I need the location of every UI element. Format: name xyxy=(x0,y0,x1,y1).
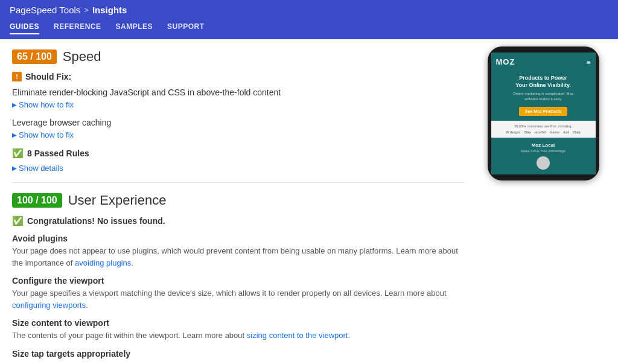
passed-rules-section: ✅ 8 Passed Rules ▶ Show details xyxy=(12,148,465,173)
moz-hero-sub: Online marketing is complicated. Mozsoft… xyxy=(496,91,591,101)
ux-item-size-title: Size content to viewport xyxy=(12,318,465,328)
congrats-text: Congratulations! No issues found. xyxy=(27,216,165,226)
speed-title: Speed xyxy=(63,49,101,65)
moz-local-section: Moz Local Make Local Your Advantage xyxy=(491,138,596,174)
moz-customer-logo-0: 99 designs xyxy=(506,130,520,134)
moz-hero-title: Products to PowerYour Online Visibility. xyxy=(496,75,591,89)
ux-item-tap-title: Size tap targets appropriately xyxy=(12,349,465,359)
arrow-icon-details: ▶ xyxy=(12,165,17,171)
sizing-content-link[interactable]: sizing content to the viewport xyxy=(247,331,348,340)
show-fix-text-1: Show how to fix xyxy=(19,130,74,139)
ux-items: Avoid plugins Your page does not appear … xyxy=(12,234,465,359)
moz-customer-logo-1: Otley xyxy=(524,130,531,134)
breadcrumb-root[interactable]: PageSpeed Tools xyxy=(10,5,80,15)
nav-tab-reference[interactable]: REFERENCE xyxy=(54,20,101,34)
moz-logos-row: 99 designs Otley razorfish Aurens Audi O… xyxy=(496,130,591,134)
moz-customer-logo-5: Obaly xyxy=(573,130,581,134)
show-fix-link-0[interactable]: ▶ Show how to fix xyxy=(12,100,74,109)
configuring-viewports-link[interactable]: configuring viewports xyxy=(12,301,86,310)
check-icon-ux: ✅ xyxy=(12,216,24,226)
ux-item-viewport-desc: Your page specifies a viewport matching … xyxy=(12,287,465,311)
breadcrumb-separator: > xyxy=(84,5,89,14)
moz-local-sub: Make Local Your Advantage xyxy=(496,149,591,153)
nav-tab-guides[interactable]: GUIDES xyxy=(10,20,39,34)
breadcrumb: PageSpeed Tools > Insights xyxy=(10,5,608,15)
moz-logo: MOZ xyxy=(496,57,515,66)
moz-customers-section: 35,000+ customers use Moz, including: 99… xyxy=(491,121,596,138)
moz-customers-text: 35,000+ customers use Moz, including: xyxy=(496,124,591,128)
moz-customer-logo-3: Aurens xyxy=(550,130,559,134)
ux-section: 100 / 100 User Experience ✅ Congratulati… xyxy=(12,193,465,359)
moz-header: MOZ ≡ xyxy=(491,53,596,70)
moz-customer-logo-4: Audi xyxy=(563,130,569,134)
section-divider xyxy=(12,182,465,183)
phone-screen: MOZ ≡ Products to PowerYour Online Visib… xyxy=(491,53,596,174)
show-fix-link-1[interactable]: ▶ Show how to fix xyxy=(12,130,74,139)
nav-tabs: GUIDES REFERENCE SAMPLES SUPPORT xyxy=(10,20,608,34)
speed-section: 65 / 100 Speed ! Should Fix: Eliminate r… xyxy=(12,49,465,173)
ux-item-plugins-title: Avoid plugins xyxy=(12,234,465,243)
ux-item-plugins-desc: Your page does not appear to use plugins… xyxy=(12,245,465,269)
show-details-text: Show details xyxy=(19,164,63,173)
phone-frame: MOZ ≡ Products to PowerYour Online Visib… xyxy=(488,46,599,180)
passed-count: 8 Passed Rules xyxy=(27,148,89,158)
main-layout: 65 / 100 Speed ! Should Fix: Eliminate r… xyxy=(0,39,618,364)
show-fix-text-0: Show how to fix xyxy=(19,100,74,109)
content-area: 65 / 100 Speed ! Should Fix: Eliminate r… xyxy=(0,39,477,364)
fix-item-caching: Leverage browser caching ▶ Show how to f… xyxy=(12,118,465,139)
moz-customer-logo-2: razorfish xyxy=(535,130,546,134)
header: PageSpeed Tools > Insights GUIDES REFERE… xyxy=(0,0,618,39)
phone-screen-inner: MOZ ≡ Products to PowerYour Online Visib… xyxy=(491,53,596,174)
congrats-label: ✅ Congratulations! No issues found. xyxy=(12,216,465,226)
nav-tab-support[interactable]: SUPPORT xyxy=(167,20,205,34)
ux-score-badge: 100 / 100 xyxy=(12,193,62,208)
arrow-icon-1: ▶ xyxy=(12,132,17,138)
ux-item-viewport-title: Configure the viewport xyxy=(12,276,465,286)
fix-item-render-blocking: Eliminate render-blocking JavaScript and… xyxy=(12,88,465,109)
fix-item-render-title: Eliminate render-blocking JavaScript and… xyxy=(12,88,465,97)
ux-item-size-content: Size content to viewport The contents of… xyxy=(12,318,465,342)
ux-item-plugins: Avoid plugins Your page does not appear … xyxy=(12,234,465,269)
ux-title: User Experience xyxy=(68,193,167,208)
warning-icon: ! xyxy=(12,72,22,81)
arrow-icon-0: ▶ xyxy=(12,101,17,108)
speed-score-header: 65 / 100 Speed xyxy=(12,49,465,65)
should-fix-label: ! Should Fix: xyxy=(12,72,465,81)
ux-item-tap-targets: Size tap targets appropriately xyxy=(12,349,465,359)
show-details-link[interactable]: ▶ Show details xyxy=(12,164,63,173)
check-icon: ✅ xyxy=(12,148,24,159)
moz-menu-icon: ≡ xyxy=(587,59,590,66)
should-fix-text: Should Fix: xyxy=(25,72,71,81)
phone-panel: MOZ ≡ Products to PowerYour Online Visib… xyxy=(477,39,610,364)
breadcrumb-current: Insights xyxy=(92,5,127,15)
moz-cta-button[interactable]: See Moz Products xyxy=(519,107,567,116)
moz-local-title: Moz Local xyxy=(496,142,591,148)
speed-score-badge: 65 / 100 xyxy=(12,49,57,64)
ux-item-size-desc: The contents of your page fit within the… xyxy=(12,330,465,342)
moz-hero: Products to PowerYour Online Visibility.… xyxy=(491,70,596,121)
nav-tab-samples[interactable]: SAMPLES xyxy=(116,20,153,34)
fix-item-caching-title: Leverage browser caching xyxy=(12,118,465,127)
moz-avatar xyxy=(537,156,550,170)
ux-score-header: 100 / 100 User Experience xyxy=(12,193,465,208)
ux-item-viewport: Configure the viewport Your page specifi… xyxy=(12,276,465,311)
passed-rules-label: ✅ 8 Passed Rules xyxy=(12,148,465,159)
avoiding-plugins-link[interactable]: avoiding plugins xyxy=(75,258,131,267)
